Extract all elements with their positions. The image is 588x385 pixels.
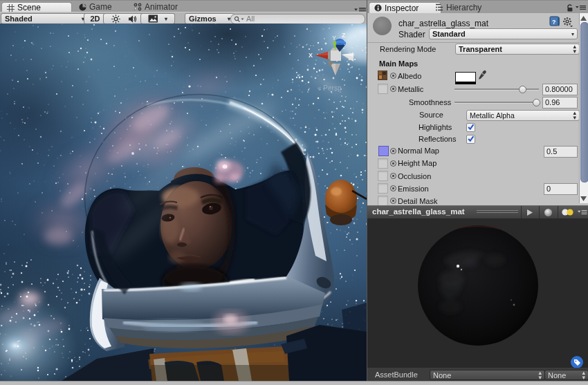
svg-text:Y: Y <box>332 35 336 41</box>
svg-text:« Persp: « Persp <box>318 84 342 92</box>
svg-text:?: ? <box>552 19 556 26</box>
svg-text:X: X <box>309 52 313 59</box>
svg-text:Z: Z <box>342 32 346 39</box>
